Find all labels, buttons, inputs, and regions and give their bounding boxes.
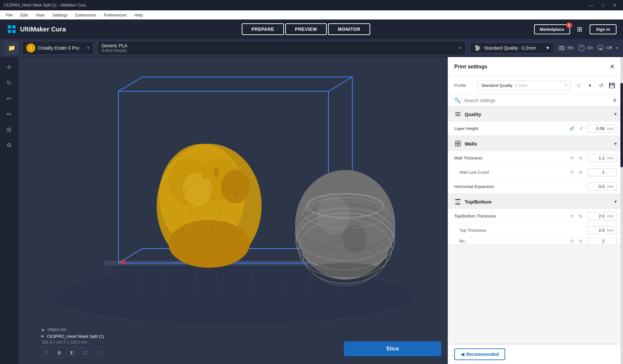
view-back-button[interactable]: ◧ [67,347,77,358]
profile-dropdown-button[interactable]: ▾ [585,81,594,90]
topbottom-chevron-icon: ▾ [614,199,617,204]
move-tool[interactable]: ✛ [3,61,16,74]
walls-section-header[interactable]: Walls ▾ [448,136,623,151]
wall-thickness-reset-icon[interactable]: ↺ [568,154,576,162]
svg-point-52 [213,197,215,200]
menu-help[interactable]: Help [131,12,146,18]
printer-select[interactable]: 1 Creality Ender-3 Pro ▾ [22,41,93,55]
scrollbar-track[interactable] [620,57,623,364]
view-right-button[interactable]: ⬚ [93,347,103,358]
menu-extensions[interactable]: Extensions [72,12,99,18]
main-area: ✛ ↻ ↩ ⇔ ⊞ ⚙ [0,57,623,364]
print-settings-title: Print settings [454,64,487,70]
view-front-button[interactable]: ▦ [54,347,64,358]
top-thickness-value-box[interactable]: 2.0 mm [587,226,617,234]
material-select[interactable]: Generic PLA 0.4mm Nozzle ▾ [97,41,466,55]
view-3d-button[interactable]: ⬡ [41,347,51,358]
menu-edit[interactable]: Edit [17,12,31,18]
profile-favorite-button[interactable]: ☆ [574,81,583,90]
horizontal-expansion-row: Horizontal Expansion 0.0 mm [448,180,623,194]
bottom-thickness-value-box[interactable]: 2 [587,238,617,244]
monitor-button[interactable]: MONITOR [328,23,370,35]
svg-rect-12 [558,49,565,50]
topbottom-section-header[interactable]: Top/Bottom ▾ [448,194,623,209]
topbottom-thickness-reset-icon[interactable]: ↺ [568,212,576,220]
on-label: On [587,45,593,50]
close-button[interactable]: ✕ [610,1,619,10]
profile-select[interactable]: Standard Quality 0.2mm ▾ [478,81,570,90]
svg-point-73 [316,196,350,234]
support-tool[interactable]: ⚙ [3,139,16,152]
svg-point-74 [343,225,367,253]
layer-view-toggle[interactable]: 5% [558,44,574,52]
wall-thickness-fx-icon[interactable]: fx [577,154,585,162]
svg-point-7 [475,45,477,47]
bottom-thickness-reset-icon[interactable]: ↺ [568,238,576,244]
wall-line-count-value: 2 [588,169,607,176]
svg-point-55 [203,214,205,216]
rotate-tool[interactable]: ↻ [3,76,16,89]
prepare-button[interactable]: PREPARE [242,23,284,35]
quality-label: Standard Quality - 0.2mm [484,45,536,51]
3d-scene [18,57,448,364]
wall-line-count-reset-icon[interactable]: ↺ [568,169,576,176]
settings-menu-icon[interactable]: ≡ [613,97,617,104]
search-input[interactable] [464,98,610,103]
marketplace-button[interactable]: Marketplace 1 [534,24,570,34]
quality-select[interactable]: Standard Quality - 0.2mm ▾ [470,42,554,53]
minimize-button[interactable]: — [587,1,596,10]
menu-file[interactable]: File [3,12,16,18]
slice-percent: 5% [568,45,574,50]
svg-point-53 [227,202,229,204]
top-thickness-label: Top Thickness [454,228,582,233]
menu-view[interactable]: View [32,12,48,18]
layer-height-value: 0.08 [588,125,607,132]
profile-save-button[interactable]: 💾 [607,81,617,90]
top-thickness-row: Top Thickness 2.0 mm [448,223,623,238]
on-toggle[interactable]: On [578,44,593,52]
layer-height-reset-icon[interactable]: ↺ [577,125,585,133]
preview-button[interactable]: PREVIEW [285,23,327,35]
svg-rect-85 [455,201,460,201]
topbottom-thickness-value-box[interactable]: 2.0 mm [587,212,617,220]
svg-point-75 [307,263,383,277]
object-actions: ⬡ ▦ ◧ ◫ ⬚ [41,347,104,358]
arrange-tool[interactable]: ⊞ [3,123,16,136]
scrollbar-thumb[interactable] [620,83,623,167]
wall-line-count-value-box[interactable]: 2 [587,168,617,176]
wall-thickness-actions: ↺ fx [568,154,585,162]
sign-in-button[interactable]: Sign in [590,24,617,34]
maximize-button[interactable]: □ [598,1,607,10]
close-settings-button[interactable]: ✕ [607,62,617,71]
settings-content[interactable]: Quality ▾ Layer Height 🔗 ↺ 0.08 mm [448,107,623,344]
undo-tool[interactable]: ↩ [3,92,16,105]
folder-button[interactable]: 📁 [5,41,18,54]
svg-point-59 [225,221,227,223]
quality-icon [454,111,461,118]
off-toggle[interactable]: Off [597,44,612,52]
view-left-button[interactable]: ◫ [80,347,90,358]
profile-label: Profile [454,83,474,88]
profile-reset-button[interactable]: ↺ [596,81,605,90]
horizontal-expansion-value-box[interactable]: 0.0 mm [587,182,617,191]
layer-height-link-icon[interactable]: 🔗 [568,125,576,133]
bottom-thickness-fx-icon[interactable]: fx [577,238,585,244]
menu-preferences[interactable]: Preferences [101,12,130,18]
viewport[interactable]: ▲ Object list ✏ CE3PRO_Heart Mask Split … [18,57,448,364]
object-name: ✏ CE3PRO_Heart Mask Split (1) [41,334,104,339]
svg-rect-13 [561,46,562,47]
quality-section-header[interactable]: Quality ▾ [448,107,623,122]
mirror-tool[interactable]: ⇔ [3,108,16,121]
recommended-button[interactable]: ◀ Recommended [454,348,505,360]
wall-line-count-fx-icon[interactable]: fx [577,169,585,176]
wall-thickness-value-box[interactable]: 1.2 mm [587,154,617,162]
grid-menu-button[interactable]: ⊞ [574,23,586,35]
menu-settings[interactable]: Settings [49,12,71,18]
svg-rect-1 [12,25,16,29]
svg-rect-3 [12,30,16,33]
slice-button[interactable]: Slice [344,341,441,356]
topbottom-thickness-fx-icon[interactable]: fx [577,212,585,220]
layer-height-value-box[interactable]: 0.08 mm [587,124,617,133]
bottom-thickness-actions: ↺ fx [568,238,585,244]
object-list-header[interactable]: ▲ Object list [41,327,104,332]
